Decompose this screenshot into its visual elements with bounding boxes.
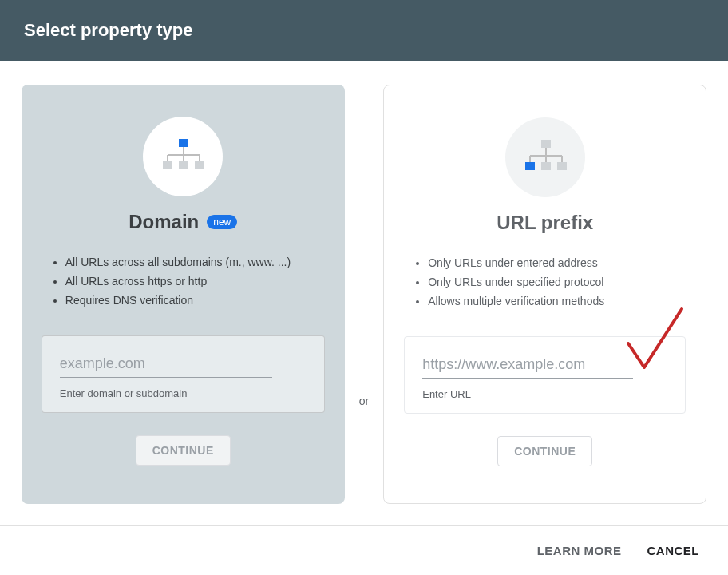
new-badge: new	[207, 215, 237, 229]
url-input-box: Enter URL	[404, 336, 686, 414]
dialog-body: Domain new All URLs across all subdomain…	[0, 61, 728, 525]
domain-continue-button[interactable]: CONTINUE	[136, 435, 231, 466]
dialog-header: Select property type	[0, 0, 728, 61]
svg-rect-16	[541, 162, 551, 170]
domain-bullet: All URLs across https or http	[65, 272, 291, 291]
domain-bullet: All URLs across all subdomains (m., www.…	[65, 253, 291, 272]
domain-title: Domain	[129, 211, 199, 233]
svg-rect-7	[179, 161, 188, 169]
or-divider: or	[359, 395, 369, 407]
url-prefix-card[interactable]: URL prefix Only URLs under entered addre…	[383, 85, 706, 504]
domain-helper: Enter domain or subdomain	[60, 387, 307, 399]
domain-title-row: Domain new	[129, 211, 237, 233]
domain-input-box: Enter domain or subdomain	[42, 335, 325, 413]
svg-rect-15	[525, 162, 535, 170]
svg-rect-0	[179, 139, 188, 147]
svg-rect-17	[557, 162, 567, 170]
dialog-footer: LEARN MORE CANCEL	[0, 525, 728, 575]
url-title-row: URL prefix	[497, 212, 593, 234]
url-icon-circle	[505, 117, 585, 197]
cancel-button[interactable]: CANCEL	[647, 544, 700, 557]
url-bullet: Only URLs under specified protocol	[428, 273, 604, 292]
sitemap-icon	[161, 137, 204, 176]
learn-more-button[interactable]: LEARN MORE	[537, 544, 622, 557]
domain-icon-circle	[143, 117, 223, 196]
url-bullet: Only URLs under entered address	[428, 254, 604, 273]
url-input[interactable]	[422, 351, 633, 379]
domain-bullet: Requires DNS verification	[65, 291, 291, 311]
url-helper: Enter URL	[422, 388, 667, 400]
domain-card[interactable]: Domain new All URLs across all subdomain…	[22, 85, 345, 504]
domain-bullets: All URLs across all subdomains (m., www.…	[42, 253, 291, 310]
svg-rect-9	[541, 140, 551, 148]
sitemap-icon	[524, 138, 567, 176]
url-title: URL prefix	[497, 212, 593, 234]
domain-input[interactable]	[60, 351, 272, 378]
url-bullet: Allows multiple verification methods	[428, 292, 604, 311]
dialog-title: Select property type	[24, 20, 193, 40]
svg-rect-8	[195, 161, 204, 169]
url-bullets: Only URLs under entered address Only URL…	[404, 254, 604, 311]
svg-rect-6	[163, 161, 172, 169]
url-continue-button[interactable]: CONTINUE	[497, 436, 592, 466]
